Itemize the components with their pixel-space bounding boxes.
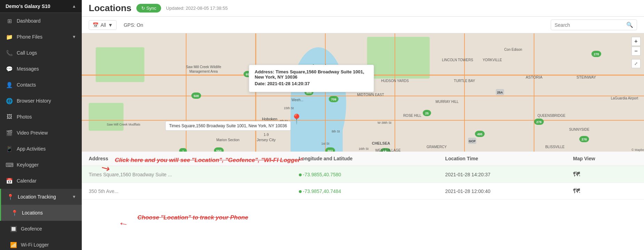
map-popup: Address: Times Square,1560 Broadway Suit… [249, 65, 374, 92]
svg-text:HUDSON YARDS: HUDSON YARDS [381, 79, 409, 83]
photos-icon: 🖼 [6, 113, 13, 121]
sync-button[interactable]: ↻ Sync [136, 4, 161, 13]
sidebar-item-phone-files[interactable]: 📁 Phone Files ▼ [0, 29, 82, 45]
svg-text:Hoboken: Hoboken [262, 117, 277, 121]
map-background: 695 505 681 Union City Hoboken Marion Se… [82, 33, 644, 152]
svg-text:Management Area: Management Area [189, 70, 218, 73]
table-header-row: Address Longitude and Latitude Location … [82, 152, 644, 166]
sidebar-item-label: Call Logs [17, 50, 76, 56]
dashboard-icon: ⊞ [6, 17, 13, 25]
sidebar: Demo's Galaxy S10 ▲ ⊞ Dashboard 📁 Phone … [0, 0, 82, 250]
updated-text: Updated: 2022-08-05 17:38:55 [166, 6, 228, 11]
svg-text:CHELSEA: CHELSEA [372, 141, 390, 145]
sidebar-item-app-activities[interactable]: 📱 App Activities [0, 141, 82, 157]
svg-rect-7 [96, 47, 144, 82]
zoom-in-button[interactable]: + [631, 37, 641, 46]
sidebar-item-label: Browser History [17, 98, 76, 104]
sidebar-item-label: Location Tracking [18, 194, 72, 200]
sidebar-item-label: Locations [22, 210, 76, 216]
gps-status: GPS: On [124, 22, 143, 28]
svg-text:GRAMERCY: GRAMERCY [427, 145, 447, 149]
sidebar-item-calendar[interactable]: 📅 Calendar [0, 173, 82, 189]
svg-rect-8 [89, 103, 124, 131]
popup-date-label: Date: [255, 81, 266, 86]
keylogger-icon: ⌨ [6, 161, 13, 169]
call-logs-icon: 📞 [6, 49, 13, 57]
expand-icon: ▼ [72, 34, 76, 39]
sidebar-item-location-tracking[interactable]: 📍 Location Tracking ▼ [0, 189, 82, 205]
sidebar-item-browser-history[interactable]: 🌐 Browser History [0, 93, 82, 109]
sidebar-item-dashboard[interactable]: ⊞ Dashboard [0, 13, 82, 29]
search-input[interactable] [555, 22, 624, 28]
sidebar-item-keylogger[interactable]: ⌨ Keylogger [0, 157, 82, 173]
sidebar-item-locations[interactable]: 📍 Locations [0, 205, 82, 221]
device-header[interactable]: Demo's Galaxy S10 ▲ [0, 0, 82, 13]
col-mapview: Map View [566, 152, 644, 166]
date-filter-chevron-icon: ▼ [108, 22, 113, 28]
svg-text:278: 278 [581, 138, 587, 141]
locations-table: Address Longitude and Latitude Location … [82, 152, 644, 200]
svg-text:© Mapbox © OpenStreetMap: © Mapbox © OpenStreetMap [631, 148, 644, 152]
map-location-pin[interactable]: 📍 [291, 113, 303, 125]
svg-text:15th St: 15th St [284, 106, 294, 110]
geofence-icon: 🔲 [10, 225, 17, 233]
svg-text:508: 508 [193, 94, 199, 98]
cell-mapview[interactable]: 🗺 [566, 166, 644, 183]
svg-text:7: 7 [182, 150, 184, 152]
table-container: Address Longitude and Latitude Location … [82, 152, 644, 250]
svg-text:BLISSVILLE: BLISSVILLE [545, 145, 565, 149]
search-icon: 🔍 [626, 22, 633, 28]
sidebar-item-contacts[interactable]: 👤 Contacts [0, 77, 82, 93]
col-coords: Longitude and Latitude [292, 152, 438, 166]
sidebar-item-video-preview[interactable]: 🎬 Video Preview [0, 125, 82, 141]
cell-time: 2021-01-28 14:20:37 [438, 166, 566, 183]
video-preview-icon: 🎬 [6, 129, 13, 137]
zoom-out-button[interactable]: − [631, 47, 641, 56]
svg-text:Weeh...: Weeh... [292, 98, 303, 102]
search-box[interactable]: 🔍 [551, 19, 637, 30]
main-content: Locations ↻ Sync Updated: 2022-08-05 17:… [82, 0, 644, 250]
cell-mapview[interactable]: 🗺 [566, 183, 644, 200]
svg-text:SUNNYSIDE: SUNNYSIDE [569, 128, 590, 131]
date-filter[interactable]: 📅 All ▼ [89, 20, 117, 30]
popup-address-label: Address: [255, 69, 274, 74]
cell-coords: -73.9857,40.7484 [292, 183, 438, 200]
popup-address-row: Address: Times Square,1560 Broadway Suit… [255, 69, 368, 80]
wifi-logger-icon: 📶 [10, 241, 17, 249]
contacts-icon: 👤 [6, 81, 13, 89]
calendar-icon: 📅 [6, 177, 13, 185]
svg-text:663: 663 [327, 149, 333, 152]
table-row: 350 5th Ave... -73.9857,40.7484 2021-01-… [82, 183, 644, 200]
sidebar-item-call-logs[interactable]: 📞 Call Logs [0, 45, 82, 61]
map-expand-button[interactable]: ⤢ [631, 59, 641, 68]
cell-coords: -73.9855,40.7580 [292, 166, 438, 183]
svg-text:GCP: GCP [469, 139, 476, 143]
sidebar-item-geofence[interactable]: 🔲 Geofence [0, 221, 82, 237]
svg-text:Jersey City: Jersey City [257, 138, 276, 142]
map-container: 695 505 681 Union City Hoboken Marion Se… [82, 33, 644, 152]
browser-history-icon: 🌐 [6, 97, 13, 105]
device-chevron-icon: ▲ [72, 4, 76, 9]
svg-text:TURTLE BAY: TURTLE BAY [454, 79, 475, 83]
svg-text:YORKVILLE: YORKVILLE [483, 58, 502, 62]
popup-date-row: Date: 2021-01-28 14:20:37 [255, 81, 368, 86]
sidebar-item-label: Keylogger [17, 162, 76, 168]
sidebar-item-photos[interactable]: 🖼 Photos [0, 109, 82, 125]
sidebar-item-label: Photos [17, 114, 76, 120]
sidebar-item-wifi-logger[interactable]: 📶 Wi-Fi Logger [0, 237, 82, 250]
svg-text:25: 25 [425, 112, 429, 115]
svg-text:STEINWAY: STEINWAY [577, 75, 596, 79]
svg-text:709: 709 [331, 98, 336, 101]
sidebar-item-label: Wi-Fi Logger [21, 242, 76, 248]
phone-files-icon: 📁 [6, 33, 13, 41]
sidebar-item-messages[interactable]: 💬 Messages [0, 61, 82, 77]
messages-icon: 💬 [6, 65, 13, 73]
page-header: Locations ↻ Sync Updated: 2022-08-05 17:… [82, 0, 644, 17]
sidebar-item-label: Geofence [21, 226, 76, 232]
sidebar-item-label: Contacts [17, 82, 76, 88]
svg-text:LINCOLN TOWERS: LINCOLN TOWERS [442, 58, 473, 62]
page-title: Locations [89, 3, 132, 14]
svg-text:Con Edison: Con Edison [504, 48, 522, 51]
svg-text:8th St: 8th St [332, 130, 340, 133]
svg-rect-6 [367, 37, 430, 79]
